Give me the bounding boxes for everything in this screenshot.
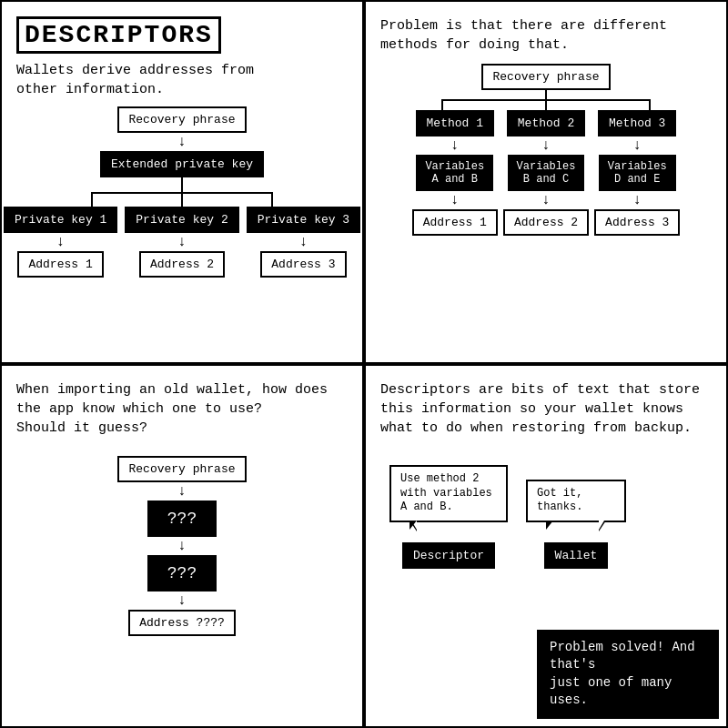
private-key-2: Private key 2 — [125, 207, 238, 233]
extended-key-box: Extended private key — [100, 151, 264, 177]
wallet-bubble: Got it, thanks. — [526, 480, 626, 522]
method-3: Method 3 — [598, 110, 676, 136]
descriptor-demo: Use method 2 with variables A and B. Des… — [380, 465, 712, 569]
cell-top-left: DESCRIPTORS Wallets derive addresses fro… — [0, 0, 364, 364]
flow-diagram-3: Recovery phrase ↓ ??? ↓ ??? ↓ Address ??… — [16, 456, 348, 636]
wallet-label: Wallet — [544, 542, 609, 569]
method-col-3: Method 3 ↓ VariablesD and E ↓ Address 3 — [594, 110, 680, 236]
private-key-1: Private key 1 — [4, 207, 117, 233]
address-1: Address 1 — [17, 251, 103, 278]
main-grid: DESCRIPTORS Wallets derive addresses fro… — [0, 0, 728, 728]
descriptor-text: Descriptors are bits of text that store … — [380, 380, 712, 438]
descriptor-label: Descriptor — [402, 542, 495, 569]
unknown-box-2: ??? — [147, 555, 217, 592]
vars-ab: VariablesA and B — [416, 155, 493, 191]
intro-text: Wallets derive addresses from other info… — [16, 61, 348, 99]
vars-bc: VariablesB and C — [508, 155, 585, 191]
key-col-1: Private key 1 ↓ Address 1 — [4, 207, 117, 278]
question-text: When importing an old wallet, how does t… — [16, 380, 348, 438]
private-key-3: Private key 3 — [247, 207, 360, 233]
address-r2-3: Address 3 — [594, 209, 680, 236]
address-unknown: Address ???? — [128, 610, 236, 636]
vars-de: VariablesD and E — [599, 155, 676, 191]
cell-bottom-left: When importing an old wallet, how does t… — [0, 364, 364, 728]
arrow-1: ↓ — [177, 135, 187, 149]
address-r2-1: Address 1 — [412, 209, 498, 236]
key-col-2: Private key 2 ↓ Address 2 — [125, 207, 238, 278]
method-1: Method 1 — [416, 110, 494, 136]
flow-diagram-2: Recovery phrase Method 1 ↓ — [380, 64, 712, 236]
method-col-1: Method 1 ↓ VariablesA and B ↓ Address 1 — [412, 110, 498, 236]
key-col-3: Private key 3 ↓ Address 3 — [247, 207, 360, 278]
recovery-phrase-box-3: Recovery phrase — [117, 456, 246, 482]
method-2: Method 2 — [507, 110, 585, 136]
cell-bottom-right: Descriptors are bits of text that store … — [364, 364, 728, 728]
conclusion-box: Problem solved! And that's just one of m… — [537, 630, 719, 719]
recovery-phrase-box-1: Recovery phrase — [117, 106, 246, 133]
descriptor-bubble: Use method 2 with variables A and B. — [389, 465, 508, 522]
problem-text: Problem is that there are different meth… — [380, 16, 712, 55]
address-2: Address 2 — [139, 251, 225, 278]
address-r2-2: Address 2 — [503, 209, 589, 236]
cell-top-right: Problem is that there are different meth… — [364, 0, 728, 364]
recovery-phrase-box-2: Recovery phrase — [481, 64, 610, 90]
flow-diagram-1: Recovery phrase ↓ Extended private key — [16, 106, 348, 278]
page-title: DESCRIPTORS — [16, 16, 221, 54]
method-col-2: Method 2 ↓ VariablesB and C ↓ Address 2 — [503, 110, 589, 236]
unknown-box-1: ??? — [147, 500, 217, 537]
address-3: Address 3 — [260, 251, 346, 278]
